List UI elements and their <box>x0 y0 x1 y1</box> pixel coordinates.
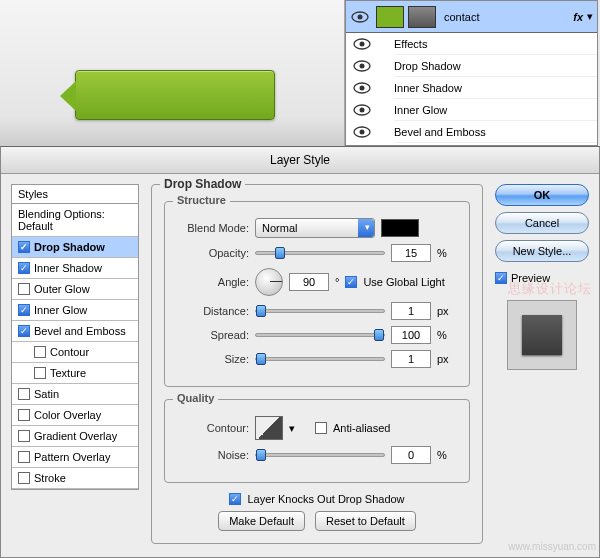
reset-default-button[interactable]: Reset to Default <box>315 511 416 531</box>
style-checkbox[interactable] <box>18 472 30 484</box>
style-checkbox[interactable] <box>18 388 30 400</box>
style-row-texture[interactable]: Texture <box>12 363 138 384</box>
noise-slider[interactable] <box>255 453 385 457</box>
visibility-eye-icon[interactable] <box>352 104 372 116</box>
chevron-down-icon[interactable]: ▾ <box>587 10 593 23</box>
style-label: Outer Glow <box>34 283 90 295</box>
style-checkbox[interactable]: ✓ <box>18 325 30 337</box>
svg-point-5 <box>360 63 365 68</box>
make-default-button[interactable]: Make Default <box>218 511 305 531</box>
new-style-button[interactable]: New Style... <box>495 240 589 262</box>
size-slider[interactable] <box>255 357 385 361</box>
use-global-light-checkbox[interactable]: ✓ <box>345 276 357 288</box>
style-checkbox[interactable] <box>18 430 30 442</box>
effects-header[interactable]: Effects <box>394 33 597 55</box>
anti-aliased-checkbox[interactable] <box>315 422 327 434</box>
style-row-pattern-overlay[interactable]: Pattern Overlay <box>12 447 138 468</box>
style-row-gradient-overlay[interactable]: Gradient Overlay <box>12 426 138 447</box>
angle-input[interactable] <box>289 273 329 291</box>
style-label: Inner Shadow <box>34 262 102 274</box>
fx-icon[interactable]: fx <box>569 11 587 23</box>
opacity-input[interactable] <box>391 244 431 262</box>
preview-checkbox[interactable]: ✓ <box>495 272 507 284</box>
anti-aliased-label: Anti-aliased <box>333 422 390 434</box>
effect-item[interactable]: Drop Shadow <box>394 55 597 77</box>
style-row-bevel-and-emboss[interactable]: ✓Bevel and Emboss <box>12 321 138 342</box>
ok-button[interactable]: OK <box>495 184 589 206</box>
style-row-contour[interactable]: Contour <box>12 342 138 363</box>
blend-mode-select[interactable]: Normal <box>255 218 375 238</box>
style-checkbox[interactable]: ✓ <box>18 262 30 274</box>
opacity-slider[interactable] <box>255 251 385 255</box>
style-row-inner-shadow[interactable]: ✓Inner Shadow <box>12 258 138 279</box>
noise-input[interactable] <box>391 446 431 464</box>
layer-thumbnail[interactable] <box>376 6 404 28</box>
styles-column: Styles Blending Options: Default ✓Drop S… <box>11 184 139 546</box>
svg-point-7 <box>360 85 365 90</box>
size-label: Size: <box>177 353 249 365</box>
preview-swatch <box>507 300 577 370</box>
visibility-eye-icon[interactable] <box>352 82 372 94</box>
style-row-satin[interactable]: Satin <box>12 384 138 405</box>
style-checkbox[interactable] <box>34 346 46 358</box>
style-label: Satin <box>34 388 59 400</box>
layer-mask-thumbnail[interactable] <box>408 6 436 28</box>
style-checkbox[interactable]: ✓ <box>18 241 30 253</box>
drop-shadow-section: Drop Shadow Structure Blend Mode: Normal… <box>151 184 483 544</box>
chevron-down-icon[interactable]: ▾ <box>289 422 295 435</box>
use-global-light-label: Use Global Light <box>363 276 444 288</box>
visibility-eye-icon[interactable] <box>350 11 370 23</box>
distance-slider[interactable] <box>255 309 385 313</box>
top-area: contact fx ▾ Effects Drop Shadow Inner S… <box>0 0 600 146</box>
styles-header[interactable]: Styles <box>11 184 139 204</box>
visibility-eye-icon[interactable] <box>352 126 372 138</box>
style-checkbox[interactable] <box>18 409 30 421</box>
style-row-drop-shadow[interactable]: ✓Drop Shadow <box>12 237 138 258</box>
green-tag-shape <box>75 70 275 120</box>
settings-column: Drop Shadow Structure Blend Mode: Normal… <box>151 184 483 546</box>
style-row-color-overlay[interactable]: Color Overlay <box>12 405 138 426</box>
effect-item[interactable]: Inner Glow <box>394 99 597 121</box>
style-label: Pattern Overlay <box>34 451 110 463</box>
angle-dial[interactable] <box>255 268 283 296</box>
style-checkbox[interactable] <box>18 451 30 463</box>
dialog-title: Layer Style <box>1 147 599 174</box>
style-label: Stroke <box>34 472 66 484</box>
style-label: Drop Shadow <box>34 241 105 253</box>
style-checkbox[interactable] <box>18 283 30 295</box>
knockout-checkbox[interactable]: ✓ <box>229 493 241 505</box>
spread-input[interactable] <box>391 326 431 344</box>
layer-name[interactable]: contact <box>444 11 569 23</box>
layers-panel: contact fx ▾ Effects Drop Shadow Inner S… <box>345 0 598 146</box>
style-label: Color Overlay <box>34 409 101 421</box>
spread-slider[interactable] <box>255 333 385 337</box>
layer-style-dialog: Layer Style Styles Blending Options: Def… <box>0 146 600 558</box>
visibility-eye-icon[interactable] <box>352 38 372 50</box>
style-label: Texture <box>50 367 86 379</box>
opacity-label: Opacity: <box>177 247 249 259</box>
style-checkbox[interactable]: ✓ <box>18 304 30 316</box>
contour-picker[interactable] <box>255 416 283 440</box>
cancel-button[interactable]: Cancel <box>495 212 589 234</box>
effect-item[interactable]: Bevel and Emboss <box>394 121 597 143</box>
dialog-buttons-column: OK Cancel New Style... ✓ Preview <box>495 184 589 546</box>
blending-options-row[interactable]: Blending Options: Default <box>12 204 138 237</box>
visibility-eye-icon[interactable] <box>352 60 372 72</box>
style-row-outer-glow[interactable]: Outer Glow <box>12 279 138 300</box>
style-row-inner-glow[interactable]: ✓Inner Glow <box>12 300 138 321</box>
style-row-stroke[interactable]: Stroke <box>12 468 138 489</box>
svg-point-1 <box>358 14 363 19</box>
blend-mode-label: Blend Mode: <box>177 222 249 234</box>
effect-item[interactable]: Inner Shadow <box>394 77 597 99</box>
structure-group: Structure Blend Mode: Normal Opacity: % … <box>164 201 470 387</box>
distance-input[interactable] <box>391 302 431 320</box>
distance-label: Distance: <box>177 305 249 317</box>
style-checkbox[interactable] <box>34 367 46 379</box>
shadow-color-swatch[interactable] <box>381 219 419 237</box>
spread-label: Spread: <box>177 329 249 341</box>
layer-row[interactable]: contact fx ▾ <box>346 1 597 33</box>
contour-label: Contour: <box>177 422 249 434</box>
size-input[interactable] <box>391 350 431 368</box>
style-label: Inner Glow <box>34 304 87 316</box>
svg-point-9 <box>360 107 365 112</box>
